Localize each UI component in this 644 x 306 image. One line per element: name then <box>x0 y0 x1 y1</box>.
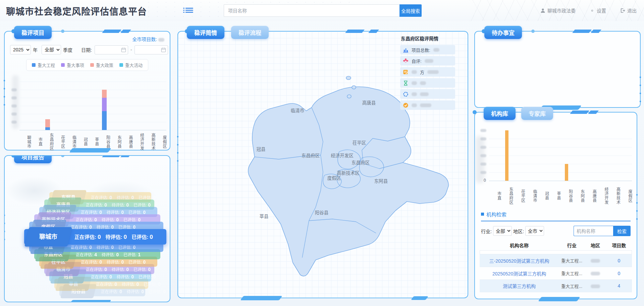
page-title: 聊城市社会稳定风险评估信息平台 <box>6 4 147 17</box>
map-region-label[interactable]: 高新技术区 <box>337 170 360 176</box>
map-region-label[interactable]: 高唐县 <box>362 100 376 105</box>
org-project-count[interactable]: 0 <box>606 271 632 276</box>
tab-org-library[interactable]: 机构库 <box>484 107 516 120</box>
region-name-chip: 聊城市 <box>24 227 72 247</box>
date-end-input[interactable] <box>135 45 168 54</box>
user-icon <box>540 8 545 13</box>
legend-item[interactable]: 重大政策 <box>90 62 113 68</box>
bar-column[interactable] <box>19 75 31 130</box>
region-report-row[interactable]: 聊城市正在评估:0待评估:0已评估:0 <box>24 229 166 245</box>
bar-column[interactable] <box>121 75 132 130</box>
x-axis-label: 茌平区 <box>53 132 65 151</box>
map-region-label[interactable]: 阳谷县 <box>315 210 329 215</box>
tab-assessment-process[interactable]: 稳评流程 <box>231 26 269 39</box>
bar <box>565 164 568 181</box>
bar <box>505 130 508 181</box>
panel-title-project-reports: 项目报告 <box>14 155 52 163</box>
legend-swatch <box>61 63 65 67</box>
legend-item[interactable]: 重大工程 <box>32 62 55 68</box>
search-input[interactable] <box>224 4 399 17</box>
region-report-carousel: 东阿县正在评估:0待评估:0已评估:0高唐县正在评估:0待评估:0已评估:0经济… <box>5 192 170 294</box>
org-table-row[interactable]: 三-20250520测试第三方机构重大工程...0 <box>480 254 632 267</box>
global-search-button[interactable]: 全局搜索 <box>399 4 422 17</box>
x-axis-label: 东阿县 <box>110 132 121 151</box>
user-menu[interactable]: 聊城市政法委 <box>540 7 576 14</box>
censored-value <box>591 285 600 288</box>
map-region-label[interactable]: 东昌府区 <box>302 153 320 158</box>
tab-expert-library[interactable]: 专家库 <box>521 107 553 120</box>
quarter-select[interactable]: 全部 <box>42 45 61 54</box>
tab-assessment-brief[interactable]: 稳评简情 <box>187 26 224 39</box>
map-region-label[interactable]: 东阿县 <box>374 179 388 184</box>
org-filters: 行业: 全部 地区: 全市 检索 <box>481 226 631 236</box>
hamburger-menu-icon[interactable] <box>183 7 193 15</box>
org-name-link[interactable]: 20250520测试第三方机构 <box>480 270 559 277</box>
y-axis-zero-tick: 0 <box>484 178 486 183</box>
org-table-header: 机构名称行业地区项目数 <box>480 240 632 250</box>
brief-stat-row <box>400 100 455 110</box>
map-region-label[interactable]: 度假区 <box>327 176 341 181</box>
censored-value <box>420 103 431 107</box>
year-select[interactable]: 2025 <box>10 45 31 54</box>
citywide-project-count: 全市项目数: <box>132 36 164 42</box>
legend-item[interactable]: 重大事项 <box>61 62 84 68</box>
chart-legend: 重大工程重大事项重大政策重大活动 <box>26 59 148 71</box>
censored-value <box>420 81 426 85</box>
settings-button[interactable]: 设置 <box>590 7 606 14</box>
x-axis-label: 临清市 <box>525 184 537 208</box>
org-name-link[interactable]: 测试第三方机构 <box>480 282 559 289</box>
org-project-count[interactable]: 0 <box>606 258 632 263</box>
x-axis-label: 东阿县 <box>573 184 585 208</box>
org-region <box>585 271 606 276</box>
org-search-button[interactable]: 检索 <box>613 226 631 236</box>
bar-column[interactable] <box>53 75 65 130</box>
org-name-link[interactable]: 三-20250520测试第三方机构 <box>480 257 559 264</box>
map-region-label[interactable]: 茌平区 <box>353 140 366 145</box>
region-select[interactable]: 全市 <box>525 226 544 236</box>
panel-title-todo: 待办事宜 <box>484 26 522 39</box>
org-project-count[interactable]: 4 <box>606 283 632 289</box>
industry-select[interactable]: 全部 <box>493 226 512 236</box>
check-circle-icon <box>403 102 409 108</box>
bar-segment <box>102 98 107 111</box>
bar-column[interactable] <box>132 75 144 130</box>
panel-todo: 待办事宜 <box>474 31 641 108</box>
map-region-label[interactable]: 东昌府区 <box>352 160 370 165</box>
org-table-row[interactable]: 测试第三方机构重大工程...4 <box>480 279 632 292</box>
x-axis-label: 度假区 <box>620 184 632 208</box>
bar-column[interactable] <box>87 75 99 130</box>
x-axis-label: 经济开发 <box>132 132 144 151</box>
map-region-label[interactable]: 临清市 <box>291 108 305 113</box>
bar-column[interactable] <box>144 75 155 130</box>
bar-column[interactable] <box>99 75 110 130</box>
x-axis-label: 临清市 <box>65 132 76 151</box>
bar-column[interactable] <box>76 75 87 130</box>
censored-value <box>433 48 439 52</box>
bar-column[interactable] <box>155 75 166 130</box>
org-table-row[interactable]: 20250520测试第三方机构重大工程...0 <box>480 267 632 279</box>
bar-segment <box>45 127 50 130</box>
legend-item[interactable]: 重大活动 <box>119 62 143 68</box>
map-region-label[interactable]: 莘县 <box>260 214 269 219</box>
flower-icon <box>403 58 409 64</box>
bar-column[interactable] <box>560 164 573 181</box>
bar-column[interactable] <box>501 130 513 181</box>
org-bar-chart: 0 市直东昌府区茌平区临清市冠县莘县阳谷县东阿县高唐县经济开发高新技术度假区 <box>475 127 637 210</box>
bar-column[interactable] <box>110 75 121 130</box>
bar-segment <box>102 90 107 98</box>
bar-column[interactable] <box>31 75 42 130</box>
bar-column[interactable] <box>42 75 53 130</box>
org-name-input[interactable] <box>574 226 613 236</box>
logout-icon <box>620 8 625 13</box>
map-region-label[interactable]: 经济开发区 <box>331 153 354 158</box>
bar-column[interactable] <box>65 75 76 130</box>
logout-button[interactable]: 退出 <box>620 7 637 14</box>
chart-x-axis-labels: 市直东昌府区茌平区临清市冠县莘县阳谷县东阿县高唐县经济开发高新技术度假区 <box>489 184 632 208</box>
logout-label: 退出 <box>627 7 637 14</box>
censored-y-axis <box>476 136 484 183</box>
censored-value <box>425 59 433 63</box>
quarter-unit: 季度 <box>63 46 72 53</box>
bar-segment <box>45 119 50 127</box>
map-region-label[interactable]: 冠县 <box>257 147 266 152</box>
date-start-input[interactable] <box>95 45 128 54</box>
